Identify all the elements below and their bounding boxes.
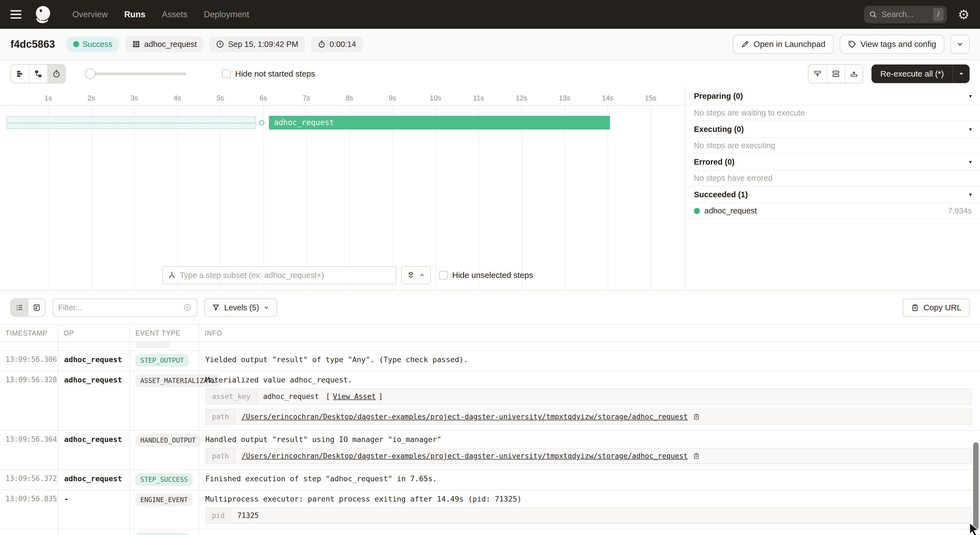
- step-name: adhoc_request: [704, 206, 943, 216]
- metadata-row: asset_keyadhoc_request [View Asset]: [205, 388, 972, 404]
- hide-unselected-checkbox[interactable]: [439, 271, 448, 279]
- hide-not-started-label: Hide not started steps: [235, 69, 315, 78]
- copy-path-icon[interactable]: [693, 452, 700, 460]
- log-structured-view-button[interactable]: [28, 299, 45, 316]
- gantt-zoom-slider[interactable]: [85, 68, 186, 79]
- settings-gear-icon[interactable]: ⚙: [958, 7, 970, 22]
- axis-tick-label: 3s: [123, 94, 145, 102]
- view-timed-button[interactable]: [47, 65, 65, 83]
- axis-tick-label: 9s: [382, 94, 403, 102]
- open-in-launchpad-button[interactable]: Open in Launchpad: [733, 35, 834, 54]
- log-row[interactable]: 13:09:56.364adhoc_requestHANDLED_OUTPUTH…: [0, 430, 980, 470]
- levels-filter-button[interactable]: Levels (5): [204, 299, 277, 316]
- gantt-timeline: 1s2s3s4s5s6s7s8s9s10s11s12s13s14s15s adh…: [0, 87, 685, 290]
- dagster-logo[interactable]: [32, 4, 53, 25]
- log-op: adhoc_request: [57, 351, 129, 371]
- log-filter-input[interactable]: [58, 303, 180, 312]
- search-input[interactable]: Search... /: [864, 6, 947, 23]
- job-grid-icon: [132, 40, 140, 48]
- log-info-cell: Finished execution of run for "__ASSET_J…: [199, 530, 980, 535]
- log-op: adhoc_request: [57, 470, 129, 490]
- reexecute-chevron[interactable]: [953, 64, 970, 83]
- metadata-path-link[interactable]: /Users/erincochran/Desktop/dagster-examp…: [242, 452, 688, 460]
- panel-section-title: Preparing (0): [694, 92, 969, 101]
- event-type-badge: ENGINE_EVENT: [135, 493, 192, 506]
- axis-grid-line: [651, 105, 651, 290]
- view-tags-config-button[interactable]: View tags and config: [840, 35, 944, 54]
- hide-not-started-checkbox[interactable]: [222, 69, 231, 78]
- job-name-pill[interactable]: adhoc_request: [126, 37, 204, 52]
- stopwatch-icon: [318, 40, 326, 48]
- slider-track[interactable]: [85, 72, 186, 75]
- run-actions-chevron-button[interactable]: [950, 35, 970, 54]
- copy-path-icon[interactable]: [693, 413, 700, 420]
- panel-bottom-button[interactable]: [808, 65, 827, 83]
- caret-down-icon: ▾: [969, 158, 972, 165]
- event-type-badge: STEP_SUCCESS: [135, 473, 192, 486]
- event-type-badge: HANDLED_OUTPUT: [135, 434, 200, 447]
- view-asset-link[interactable]: View Asset: [333, 392, 376, 401]
- metadata-row: path/Users/erincochran/Desktop/dagster-e…: [205, 409, 972, 425]
- panel-step-row[interactable]: adhoc_request7.934s: [686, 203, 980, 219]
- log-row[interactable]: 13:09:56.846-RUN_SUCCESSFinished executi…: [0, 529, 980, 535]
- metadata-path-link[interactable]: /Users/erincochran/Desktop/dagster-examp…: [242, 413, 688, 421]
- reexecute-all-button[interactable]: Re-execute all (*): [872, 64, 970, 83]
- copy-url-button[interactable]: Copy URL: [903, 299, 970, 316]
- axis-grid-line: [479, 105, 479, 290]
- panel-section-header[interactable]: Succeeded (1)▾: [686, 186, 980, 203]
- panel-section-header[interactable]: Executing (0)▾: [686, 121, 980, 138]
- subset-options-button[interactable]: [401, 266, 431, 284]
- log-info-text: Finished execution of run for "__ASSET_J…: [205, 534, 972, 535]
- axis-grid-line: [263, 105, 264, 290]
- log-row[interactable]: 13:09:56.306adhoc_requestSTEP_OUTPUTYiel…: [0, 350, 980, 371]
- view-waterfall-button[interactable]: [29, 65, 47, 83]
- menu-icon[interactable]: [10, 10, 21, 19]
- panel-section-header[interactable]: Preparing (0)▾: [686, 87, 980, 105]
- log-op: -: [57, 530, 129, 535]
- metadata-value: /Users/erincochran/Desktop/dagster-examp…: [236, 409, 971, 424]
- search-placeholder: Search...: [881, 10, 929, 19]
- metadata-value: adhoc_request [View Asset]: [257, 389, 971, 404]
- duration-pill: 0:00:14: [311, 37, 363, 52]
- slider-knob[interactable]: [85, 69, 95, 79]
- nav-item-deployment[interactable]: Deployment: [204, 10, 249, 19]
- log-op: adhoc_request: [57, 371, 129, 430]
- log-row[interactable]: 13:09:56.372adhoc_requestSTEP_SUCCESSFin…: [0, 470, 980, 490]
- metadata-row: pid71325: [205, 508, 972, 524]
- chevron-up-icon: [419, 272, 425, 278]
- gantt-view-mode-group: [10, 64, 66, 83]
- panel-section-header[interactable]: Errored (0)▾: [686, 153, 980, 171]
- panel-layout-group: [808, 64, 863, 83]
- event-type-badge: RUN_SUCCESS: [135, 533, 189, 535]
- panel-split-button[interactable]: [827, 65, 845, 83]
- log-info-text: Multiprocess executor: parent process ex…: [205, 495, 972, 503]
- axis-tick-label: 14s: [597, 94, 619, 102]
- log-row[interactable]: 13:09:56.328adhoc_requestASSET_MATERIALI…: [0, 371, 980, 430]
- clear-filter-icon[interactable]: [183, 303, 192, 312]
- mouse-cursor: [967, 522, 980, 535]
- nav-item-runs[interactable]: Runs: [124, 10, 146, 19]
- axis-tick-label: 7s: [296, 94, 317, 102]
- log-list-view-button[interactable]: [11, 299, 28, 316]
- nav-item-assets[interactable]: Assets: [162, 10, 188, 19]
- log-column-header: EVENT TYPE: [129, 325, 199, 342]
- axis-tick-label: 10s: [425, 94, 446, 102]
- tag-icon: [848, 40, 856, 48]
- panel-empty-message: No steps are waiting to execute: [686, 105, 980, 121]
- log-table-header: TIMESTAMPOPEVENT TYPEINFO: [0, 324, 980, 342]
- panel-top-button[interactable]: [845, 65, 863, 83]
- pencil-icon: [741, 40, 749, 48]
- axis-tick-label: 4s: [166, 94, 188, 102]
- axis-grid-line: [91, 105, 92, 290]
- step-subset-input[interactable]: [180, 271, 391, 280]
- log-op: adhoc_request: [57, 431, 129, 470]
- metadata-key: path: [206, 449, 236, 463]
- log-row[interactable]: 13:09:56.835-ENGINE_EVENTMultiprocess ex…: [0, 490, 980, 529]
- log-info-cell: Handled output "result" using IO manager…: [199, 431, 980, 470]
- nav-item-overview[interactable]: Overview: [72, 10, 108, 19]
- vertical-scrollbar[interactable]: [973, 442, 978, 530]
- view-flat-button[interactable]: [11, 65, 29, 83]
- gantt-step-bar[interactable]: adhoc_request: [269, 116, 610, 129]
- op-selector-icon: [168, 271, 176, 279]
- axis-grid-line: [565, 105, 565, 290]
